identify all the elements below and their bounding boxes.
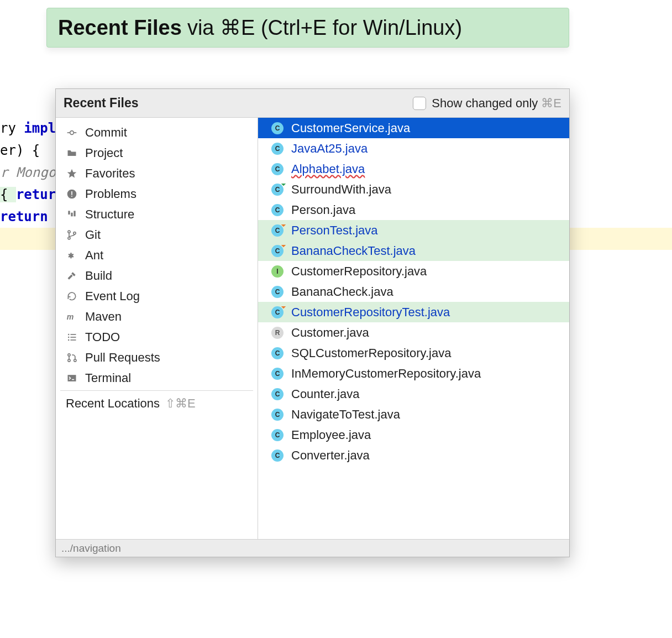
popup-header: Recent Files Show changed only ⌘E: [56, 89, 569, 118]
show-changed-label: Show changed only: [432, 96, 538, 111]
tool-item-structure[interactable]: Structure: [56, 204, 258, 224]
tool-item-label: Build: [85, 269, 112, 283]
class-file-icon: R: [271, 327, 284, 339]
tool-item-label: Event Log: [85, 289, 140, 304]
class-file-icon: C: [271, 286, 284, 298]
class-file-icon: C: [271, 163, 284, 175]
svg-rect-24: [68, 375, 76, 381]
popup-title: Recent Files: [64, 96, 413, 111]
tool-item-label: Favorites: [85, 166, 135, 181]
alert-icon: [66, 188, 78, 200]
tool-item-ant[interactable]: ✱Ant: [56, 245, 258, 265]
file-item[interactable]: CConverter.java: [258, 445, 569, 466]
class-file-icon: C: [271, 184, 284, 196]
file-name-label: InMemoryCustomerRepository.java: [291, 367, 481, 381]
title-banner: Recent Files via ⌘E (Ctrl+E for Win/Linu…: [46, 8, 569, 48]
file-item[interactable]: CSQLCustomerRepository.java: [258, 343, 569, 363]
commit-icon: [66, 127, 78, 139]
banner-strong: Recent Files: [58, 16, 182, 40]
recent-locations-label: Recent Locations: [66, 396, 160, 411]
svg-point-14: [68, 333, 70, 335]
tool-item-maven[interactable]: mMaven: [56, 306, 258, 327]
show-changed-checkbox[interactable]: [413, 97, 426, 110]
tool-item-label: Project: [85, 146, 123, 160]
file-item[interactable]: CBananaCheckTest.java: [258, 240, 569, 261]
class-file-icon: C: [271, 224, 284, 237]
file-item[interactable]: CEmployee.java: [258, 425, 569, 445]
tool-item-favorites[interactable]: Favorites: [56, 163, 258, 184]
file-name-label: Customer.java: [291, 326, 369, 340]
tool-item-problems[interactable]: Problems: [56, 184, 258, 204]
file-item[interactable]: CCustomerService.java: [258, 118, 569, 138]
tool-windows-list: CommitProjectFavoritesProblemsStructureG…: [56, 118, 258, 539]
file-item[interactable]: CPerson.java: [258, 200, 569, 220]
folder-icon: [66, 147, 78, 159]
file-item[interactable]: CSurroundWith.java: [258, 179, 569, 200]
file-name-label: Alphabet.java: [291, 162, 365, 176]
file-name-label: CustomerRepositoryTest.java: [291, 305, 450, 320]
file-name-label: BananaCheck.java: [291, 285, 393, 299]
svg-text:✱: ✱: [68, 252, 74, 260]
file-name-label: JavaAt25.java: [291, 142, 368, 156]
show-changed-only-option[interactable]: Show changed only ⌘E: [413, 96, 561, 111]
svg-rect-4: [71, 191, 72, 195]
branch-icon: [66, 229, 78, 241]
tool-item-event-log[interactable]: Event Log: [56, 286, 258, 306]
file-name-label: PersonTest.java: [291, 223, 378, 238]
class-file-icon: C: [271, 306, 284, 318]
file-name-label: Converter.java: [291, 448, 370, 463]
class-file-icon: C: [271, 388, 284, 400]
class-file-icon: C: [271, 122, 284, 134]
svg-point-9: [68, 231, 70, 233]
tool-item-label: Pull Requests: [85, 351, 160, 365]
tool-item-label: Maven: [85, 310, 122, 324]
tool-item-commit[interactable]: Commit: [56, 122, 258, 143]
svg-point-10: [68, 237, 70, 239]
tool-item-pull-requests[interactable]: Pull Requests: [56, 347, 258, 368]
file-item[interactable]: CNavigateToTest.java: [258, 404, 569, 425]
pr-icon: [66, 352, 78, 364]
tool-item-git[interactable]: Git: [56, 224, 258, 245]
tool-item-label: Terminal: [85, 371, 131, 385]
svg-point-15: [68, 336, 70, 338]
class-file-icon: I: [271, 265, 284, 278]
class-file-icon: C: [271, 409, 284, 421]
class-file-icon: C: [271, 429, 284, 441]
class-file-icon: C: [271, 245, 284, 257]
ant-icon: ✱: [66, 249, 78, 262]
tool-item-label: Structure: [85, 207, 134, 222]
list-icon: [66, 331, 78, 343]
file-item[interactable]: CJavaAt25.java: [258, 138, 569, 159]
tool-item-label: Ant: [85, 248, 103, 263]
tool-item-project[interactable]: Project: [56, 143, 258, 163]
file-name-label: Counter.java: [291, 387, 360, 401]
svg-rect-6: [68, 211, 70, 215]
tool-item-label: TODO: [85, 330, 120, 344]
file-item[interactable]: RCustomer.java: [258, 322, 569, 343]
class-file-icon: C: [271, 204, 284, 216]
tool-item-terminal[interactable]: Terminal: [56, 368, 258, 388]
file-item[interactable]: CPersonTest.java: [258, 220, 569, 240]
file-name-label: SurroundWith.java: [291, 182, 391, 197]
svg-point-11: [74, 232, 76, 234]
file-name-label: NavigateToTest.java: [291, 407, 400, 422]
file-item[interactable]: CInMemoryCustomerRepository.java: [258, 363, 569, 384]
file-item[interactable]: CAlphabet.java: [258, 159, 569, 179]
log-icon: [66, 290, 78, 302]
tool-item-label: Problems: [85, 187, 136, 201]
file-item[interactable]: ICustomerRepository.java: [258, 261, 569, 281]
file-item[interactable]: CCounter.java: [258, 384, 569, 404]
file-item[interactable]: CCustomerRepositoryTest.java: [258, 302, 569, 322]
file-item[interactable]: CBananaCheck.java: [258, 281, 569, 302]
tool-item-label: Git: [85, 228, 101, 242]
class-file-icon: C: [271, 143, 284, 155]
tool-item-todo[interactable]: TODO: [56, 327, 258, 347]
class-file-icon: C: [271, 449, 284, 462]
file-name-label: BananaCheckTest.java: [291, 244, 416, 258]
class-file-icon: C: [271, 368, 284, 380]
recent-locations-link[interactable]: Recent Locations⇧⌘E: [56, 393, 258, 414]
banner-rest: via ⌘E (Ctrl+E for Win/Linux): [187, 15, 462, 40]
tool-item-build[interactable]: Build: [56, 265, 258, 286]
svg-rect-8: [74, 211, 75, 216]
tool-item-label: Commit: [85, 125, 127, 140]
